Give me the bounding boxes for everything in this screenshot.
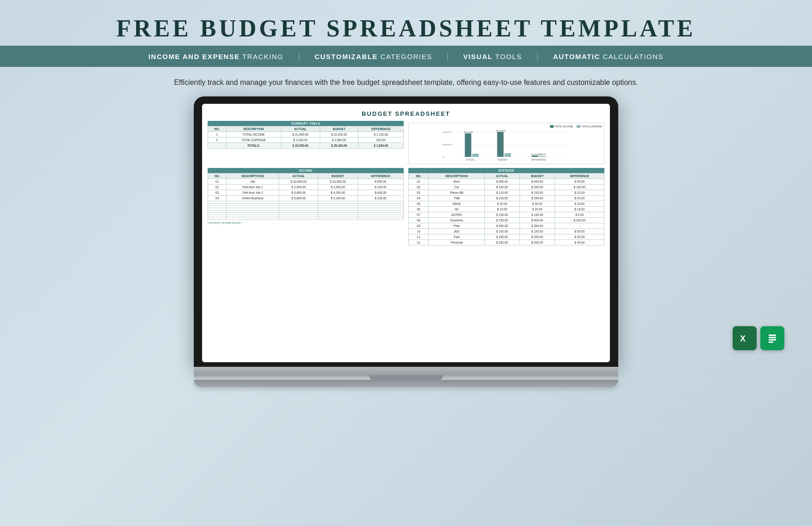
summary-header: SUMMARY TABLE: [208, 121, 404, 126]
table-row: [208, 217, 404, 220]
table-row: 02Part-time Job 1$ 2,500.00$ 2,600.00$ 1…: [208, 185, 404, 190]
summary-col-no: NO.: [208, 126, 227, 132]
table-row: 07ASTRO$ 130.00$ 135.00$ 5.00: [409, 212, 604, 218]
top-section: SUMMARY TABLE NO. DESCRIPTION ACTUAL BUD…: [208, 121, 604, 164]
legend-income-dot: [550, 125, 554, 128]
table-row: 03Part-time Job 2$ 3,600.00$ 4,000.00$ 4…: [208, 190, 404, 196]
svg-text:$20,000.00: $20,000.00: [443, 131, 453, 133]
svg-rect-17: [769, 335, 776, 336]
income-header: INCOME: [208, 168, 404, 173]
excel-icon-x[interactable]: X: [733, 326, 757, 350]
summary-col-diff: DIFFERENCE: [358, 126, 404, 132]
summary-table: NO. DESCRIPTION ACTUAL BUDGET DIFFERENCE: [208, 126, 404, 149]
bar-budget-income: [497, 132, 504, 157]
expense-section: EXPENSE NO. DESCRIPTIONS ACTUAL BUDGET D…: [408, 168, 604, 245]
laptop-foot: [194, 380, 618, 387]
svg-text:DIFFERENCE: DIFFERENCE: [531, 158, 547, 161]
table-row: 01Rent$ 400.00$ 450.00$ 50.00: [409, 179, 604, 185]
bar-actual-expense: [472, 154, 479, 157]
expense-header: EXPENSE: [408, 168, 604, 173]
svg-text:ACTUAL: ACTUAL: [466, 158, 475, 161]
legend-expense-dot: [577, 125, 580, 128]
laptop-base: [194, 367, 618, 380]
laptop-container: BUDGET SPREADSHEET SUMMARY TABLE NO. DES…: [0, 96, 812, 387]
bar-diff-income: [532, 155, 538, 157]
table-row: 11Fuel$ 180.00$ 200.00$ 20.00: [409, 234, 604, 240]
svg-text:X: X: [740, 334, 746, 343]
summary-section: SUMMARY TABLE NO. DESCRIPTION ACTUAL BUD…: [208, 121, 404, 164]
summary-col-desc: DESCRIPTION: [226, 126, 281, 132]
spreadsheet: BUDGET SPREADSHEET SUMMARY TABLE NO. DES…: [202, 104, 610, 362]
table-row: 05SADA$ 10.00$ 30.00$ 20.00: [409, 201, 604, 207]
legend-expense: TOTAL EXPENSE: [577, 125, 602, 128]
svg-text:BUDGET: BUDGET: [498, 158, 508, 161]
bar-actual-income: [465, 133, 472, 157]
table-row: 02Car$ 100.00$ 200.00$ 100.00: [409, 185, 604, 190]
separator-3: |: [537, 52, 538, 60]
table-row: 06IW$ 10.00$ 25.00$ 15.00: [409, 207, 604, 212]
feature-item-2: CUSTOMIZABLE CATEGORIES: [315, 53, 432, 60]
table-row: 03Phone Bill$ 110.00$ 120.00$ 10.00: [409, 190, 604, 196]
table-row: 1 TOTAL INCOME $ 21,000.00 $ 22,200.00 $…: [208, 132, 404, 137]
svg-text:$10,000.00: $10,000.00: [443, 143, 453, 146]
chart-area: TOTAL INCOME TOTAL EXPENSE $20,000.00: [408, 123, 604, 164]
svg-text:$-: $-: [443, 156, 445, 158]
expense-table: NO. DESCRIPTIONS ACTUAL BUDGET DIFFERENC…: [408, 173, 604, 245]
totals-row: TOTALS: $ 23,530.00 $ 25,160.00 $ 1,630.…: [208, 143, 404, 149]
table-row: 10JEE$ 100.00$ 150.00$ 50.00: [409, 229, 604, 234]
excel-icon-g[interactable]: [760, 326, 784, 350]
feature-item-4: AUTOMATIC CALCULATIONS: [553, 53, 664, 60]
income-table: NO. DESCRIPTIONS ACTUAL BUDGET DIFFERENC…: [208, 173, 404, 220]
legend-income: TOTAL INCOME: [550, 125, 573, 128]
table-row: 01Job$ 10,000.00$ 10,500.00$ 500.00: [208, 179, 404, 185]
copyright: COPYRIGHT @TEMPLATE.NET: [208, 220, 404, 224]
bar-diff-expense: [539, 156, 546, 157]
laptop: BUDGET SPREADSHEET SUMMARY TABLE NO. DES…: [194, 96, 618, 387]
table-row: 12Personal$ 160.00$ 200.00$ 40.00: [409, 240, 604, 245]
spreadsheet-title: BUDGET SPREADSHEET: [208, 108, 604, 121]
summary-col-budget: BUDGET: [320, 126, 358, 132]
laptop-screen-outer: BUDGET SPREADSHEET SUMMARY TABLE NO. DES…: [194, 96, 618, 367]
bar-budget-expense: [505, 153, 511, 157]
income-section: INCOME NO. DESCRIPTIONS ACTUAL BUDGET DI…: [208, 168, 404, 245]
svg-text:$21,100.00: $21,100.00: [464, 131, 473, 133]
page-title: FREE BUDGET SPREADSHEET TEMPLATE: [0, 0, 812, 46]
chart-legend: TOTAL INCOME TOTAL EXPENSE: [411, 125, 602, 128]
svg-rect-19: [769, 339, 776, 341]
feature-item-3: VISUAL TOOLS: [463, 53, 522, 60]
subtitle: Efficiently track and manage your financ…: [0, 67, 812, 96]
svg-rect-20: [769, 341, 773, 343]
table-row: 09Pets$ 300.00$ 300.00-: [409, 223, 604, 229]
table-row: 2 TOTAL EXPENSE $ 2,430.00 $ 2,960.00 53…: [208, 137, 404, 143]
separator-2: |: [447, 52, 448, 60]
excel-icons: X: [733, 326, 784, 350]
summary-col-actual: ACTUAL: [281, 126, 320, 132]
bar-chart: $20,000.00 $10,000.00 $-: [411, 129, 602, 161]
feature-item-1: INCOME AND EXPENSE TRACKING: [149, 53, 284, 60]
table-row: 08Groceries$ 700.00$ 900.00$ 200.00: [409, 218, 604, 223]
svg-text:$22,200.00: $22,200.00: [496, 130, 506, 132]
svg-text:$530.00: $530.00: [539, 153, 546, 155]
table-row: 04Online Business$ 5,000.00$ 5,100.00$ 1…: [208, 196, 404, 201]
table-row: 04TNB$ 230.00$ 250.00$ 20.00: [409, 196, 604, 201]
income-expense-section: INCOME NO. DESCRIPTIONS ACTUAL BUDGET DI…: [208, 168, 604, 245]
feature-bar: INCOME AND EXPENSE TRACKING | CUSTOMIZAB…: [0, 46, 812, 67]
separator-1: |: [299, 52, 300, 60]
svg-rect-18: [769, 337, 776, 338]
laptop-screen-inner: BUDGET SPREADSHEET SUMMARY TABLE NO. DES…: [202, 104, 610, 362]
